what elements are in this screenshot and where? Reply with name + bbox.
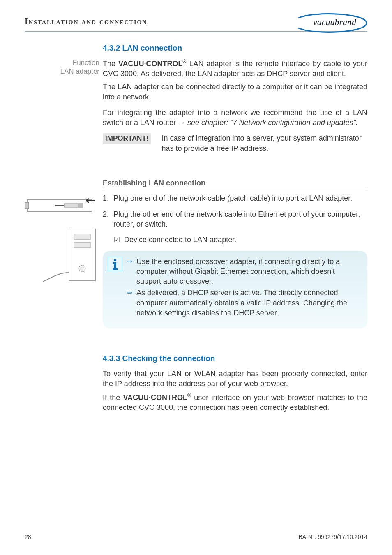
subheading-establishing-lan: Establishing LAN connection xyxy=(103,178,367,189)
body-paragraph: The LAN adapter can be connected directl… xyxy=(103,82,367,102)
step-1: Plug one end of the network cable (patch… xyxy=(103,193,367,203)
text-run: As delivered, a DHCP server is active. T… xyxy=(136,289,347,317)
svg-rect-4 xyxy=(78,203,83,208)
text-run: Device connected to LAN adapter. xyxy=(124,236,236,244)
body-paragraph: If the VACUU·CONTROL® user interface on … xyxy=(103,392,367,413)
page-number: 28 xyxy=(25,533,31,541)
svg-point-10 xyxy=(114,259,116,261)
body-paragraph: For integrating the adapter into a netwo… xyxy=(103,108,367,128)
margin-note-function: Function LAN adapter xyxy=(25,58,103,76)
body-paragraph: To verify that your LAN or WLAN adapter … xyxy=(103,369,367,389)
section-heading-checking-connection: 4.3.3 Checking the connection xyxy=(103,353,367,364)
checkbox-icon: ☑ xyxy=(113,235,120,245)
brand-logo-text: vacuubrand xyxy=(313,17,357,27)
step-result: ☑ Device connected to LAN adapter. xyxy=(113,235,367,245)
margin-note-line: LAN adapter xyxy=(60,67,99,75)
text-run: Plug the other end of the network cable … xyxy=(113,210,360,228)
body-paragraph: The VACUU·CONTROL® LAN adapter is the re… xyxy=(103,58,367,79)
info-callout: ⇨ Use the enclosed crossover adapter, if… xyxy=(103,251,367,329)
important-callout: IMPORTANT! In case of integration into a… xyxy=(103,133,367,153)
svg-rect-2 xyxy=(64,204,78,207)
text-run: The xyxy=(103,60,118,68)
chapter-title: Installation and connection xyxy=(25,16,147,27)
page-footer: 28 BA-N°: 999279/17.10.2014 xyxy=(25,533,367,541)
product-name: VACUU·CONTROL xyxy=(118,60,183,68)
margin-note-line: Function xyxy=(73,59,99,67)
computer-illustration xyxy=(25,227,103,287)
important-text: In case of integration into a server, yo… xyxy=(161,133,367,153)
svg-rect-13 xyxy=(113,262,116,264)
page-header: Installation and connection vacuubrand xyxy=(25,12,367,32)
svg-point-8 xyxy=(79,265,85,272)
svg-rect-1 xyxy=(25,202,29,209)
step-2: Plug the other end of the network cable … xyxy=(103,209,367,245)
text-run: If the xyxy=(103,393,123,402)
svg-rect-7 xyxy=(74,242,90,248)
svg-rect-6 xyxy=(74,234,90,240)
brand-logo: vacuubrand xyxy=(297,12,367,30)
cross-reference: see chapter: "7 Network configuration an… xyxy=(185,118,358,127)
section-heading-lan-connection: 4.3.2 LAN connection xyxy=(103,43,367,53)
lan-adapter-illustration xyxy=(25,197,103,224)
arrow-right-icon: ⇨ xyxy=(127,257,133,266)
info-list-item: ⇨ Use the enclosed crossover adapter, if… xyxy=(127,257,360,287)
text-run: Use the enclosed crossover adapter, if c… xyxy=(136,257,340,286)
product-name: VACUU·CONTROL xyxy=(123,393,187,402)
arrow-right-icon: ⇨ xyxy=(127,289,133,297)
document-reference: BA-N°: 999279/17.10.2014 xyxy=(298,533,367,541)
svg-rect-12 xyxy=(113,268,118,270)
info-list-item: ⇨ As delivered, a DHCP server is active.… xyxy=(127,288,360,318)
important-label: IMPORTANT! xyxy=(103,133,151,144)
info-icon xyxy=(108,257,122,274)
arrow-glyph: → xyxy=(178,118,185,127)
registered-mark: ® xyxy=(187,393,191,398)
